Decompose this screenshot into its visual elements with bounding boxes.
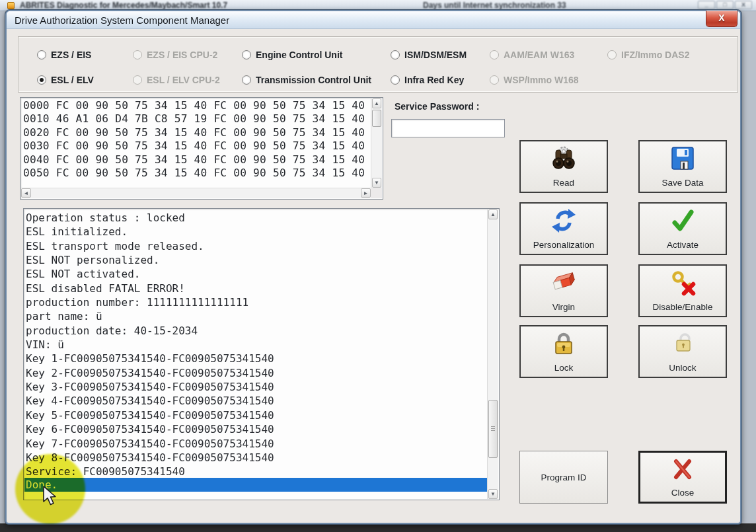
component-manager-dialog: Drive Authorization System Component Man… <box>5 10 741 524</box>
radio-ezs-eis-cpu2: EZS / EIS CPU-2 <box>133 49 217 61</box>
radio-circle-icon <box>391 50 400 59</box>
radio-ifz-immo-das2: IFZ/Immo DAS2 <box>607 49 689 61</box>
button-label: Close <box>640 488 725 498</box>
hex-line: 0010 46 A1 06 D4 7B C8 57 19 FC 00 90 50… <box>23 112 369 126</box>
radio-esl-elv-cpu2: ESL / ELV CPU-2 <box>133 74 220 86</box>
log-line: ESL NOT activated. <box>26 267 486 281</box>
log-line: Key 6-FC00905075341540-FC00905075341540 <box>26 422 486 436</box>
radio-circle-icon <box>391 75 400 85</box>
log-line: ESL initialized. <box>26 225 486 239</box>
radio-infra-red-key[interactable]: Infra Red Key <box>391 74 464 86</box>
radio-circle-icon <box>607 50 617 59</box>
floppy-disk-icon <box>669 145 696 172</box>
dialog-titlebar: Drive Authorization System Component Man… <box>7 11 740 29</box>
log-line: ESL NOT personalized. <box>26 253 486 267</box>
unlock-button[interactable]: Unlock <box>638 325 727 378</box>
hex-vertical-scrollbar[interactable]: ▲ ▼ <box>371 98 382 188</box>
program-id-button[interactable]: Program ID <box>519 451 608 504</box>
log-output-view[interactable]: Operation status : lockedESL initialized… <box>23 208 500 500</box>
hex-horizontal-scrollbar[interactable]: ◄ ► <box>21 188 371 198</box>
hex-line: 0000 FC 00 90 50 75 34 15 40 FC 00 90 50… <box>23 99 369 112</box>
radio-esl-elv[interactable]: ESL / ELV <box>37 74 94 86</box>
dialog-title: Drive Authorization System Component Man… <box>15 15 229 26</box>
radio-aam-eam-w163: AAM/EAM W163 <box>490 49 574 61</box>
button-label: Unlock <box>640 363 726 373</box>
hex-line: 0020 FC 00 90 50 75 34 15 40 FC 00 90 50… <box>23 126 369 139</box>
log-line: Key 5-FC00905075341540-FC00905075341540 <box>26 408 486 422</box>
radio-circle-icon <box>242 50 251 59</box>
key-disable-icon <box>669 270 696 296</box>
lock-closed-icon <box>550 330 577 357</box>
button-label: Disable/Enable <box>640 302 726 312</box>
log-line: Key 7-FC00905075341540-FC00905075341540 <box>26 437 486 451</box>
radio-circle-icon <box>37 75 46 85</box>
activate-button[interactable]: Activate <box>638 202 727 255</box>
log-line: ESL transport mode released. <box>26 239 486 253</box>
green-check-icon <box>669 208 696 234</box>
log-lines: Operation status : lockedESL initialized… <box>26 211 486 498</box>
log-line: VIN: ü <box>26 338 486 352</box>
hex-line: 0050 FC 00 90 50 75 34 15 40 FC 00 90 50… <box>23 167 369 180</box>
log-selected-line: Done. <box>24 478 487 492</box>
service-password-label: Service Password : <box>395 101 479 112</box>
log-line: production date: 40-15-2034 <box>26 324 486 338</box>
scrollbar-corner <box>371 188 382 198</box>
background-window-title: ABRITES Diagnostic for Mercedes/Maybach/… <box>20 1 227 10</box>
button-label: Activate <box>640 240 726 250</box>
radio-circle-icon <box>490 75 499 85</box>
radio-circle-icon <box>133 75 142 85</box>
close-button[interactable]: Close <box>638 451 727 504</box>
log-line: Key 3-FC00905075341540-FC00905075341540 <box>26 380 486 394</box>
button-label: Read <box>521 178 607 188</box>
scroll-up-button[interactable]: ▲ <box>488 209 498 219</box>
log-line: part name: ü <box>26 309 486 323</box>
button-label: Program ID <box>520 473 607 482</box>
hex-dump-view[interactable]: 0000 FC 00 90 50 75 34 15 40 FC 00 90 50… <box>20 97 383 200</box>
radio-transmission-control-unit[interactable]: Transmission Control Unit <box>242 74 371 86</box>
scrollbar-thumb[interactable] <box>488 400 498 458</box>
scrollbar-thumb[interactable] <box>372 110 381 127</box>
disable-enable-button[interactable]: Disable/Enable <box>638 264 727 317</box>
scroll-left-button[interactable]: ◄ <box>21 188 31 198</box>
personalization-button[interactable]: Personalization <box>519 202 608 255</box>
radio-circle-icon <box>242 75 251 85</box>
log-line: production number: 1111111111111111 <box>26 295 486 309</box>
log-line: Key 1-FC00905075341540-FC00905075341540 <box>26 352 486 365</box>
log-line: Key 2-FC00905075341540-FC00905075341540 <box>26 366 486 380</box>
button-label: Virgin <box>521 302 607 312</box>
scroll-right-button[interactable]: ► <box>361 188 371 198</box>
background-close-button: X <box>735 1 752 9</box>
scroll-down-button[interactable]: ▼ <box>372 178 381 188</box>
background-maximize-button: □ <box>716 1 734 9</box>
scroll-down-button[interactable]: ▼ <box>488 489 498 499</box>
eraser-icon <box>550 270 577 296</box>
background-window-controls: _ □ X <box>698 1 752 9</box>
log-vertical-scrollbar[interactable]: ▲ ▼ <box>487 209 498 499</box>
background-bottom-band <box>0 523 756 532</box>
button-label: Save Data <box>640 178 726 188</box>
background-minimize-button: _ <box>698 1 715 9</box>
save-data-button[interactable]: Save Data <box>638 140 727 193</box>
button-label: Lock <box>521 363 607 373</box>
log-line: Operation status : locked <box>26 211 486 225</box>
radio-engine-control-unit[interactable]: Engine Control Unit <box>242 49 342 61</box>
radio-ezs-eis[interactable]: EZS / EIS <box>37 49 91 61</box>
radio-ism-dsm-esm[interactable]: ISM/DSM/ESM <box>391 49 467 61</box>
hex-line: 0040 FC 00 90 50 75 34 15 40 FC 00 90 50… <box>23 153 369 167</box>
log-line: ESL disabled FATAL ERROR! <box>26 282 486 295</box>
scroll-up-button[interactable]: ▲ <box>372 98 381 108</box>
log-line: Service: FC00905075341540 <box>26 465 486 478</box>
dialog-close-button[interactable]: X <box>706 11 737 27</box>
service-password-input[interactable] <box>391 119 505 137</box>
lock-button[interactable]: Lock <box>519 325 608 378</box>
component-type-groupbox: EZS / EIS EZS / EIS CPU-2 Engine Control… <box>18 36 738 93</box>
log-line: Key 8-FC00905075341540-FC00905075341540 <box>26 451 486 465</box>
read-button[interactable]: Read <box>519 140 608 193</box>
virgin-button[interactable]: Virgin <box>519 264 608 317</box>
hex-dump-lines: 0000 FC 00 90 50 75 34 15 40 FC 00 90 50… <box>23 99 369 187</box>
radio-circle-icon <box>37 50 46 59</box>
hex-line: 0030 FC 00 90 50 75 34 15 40 FC 00 90 50… <box>23 139 369 153</box>
radio-circle-icon <box>133 50 142 59</box>
red-x-icon <box>669 457 696 483</box>
background-app-icon <box>7 2 15 9</box>
